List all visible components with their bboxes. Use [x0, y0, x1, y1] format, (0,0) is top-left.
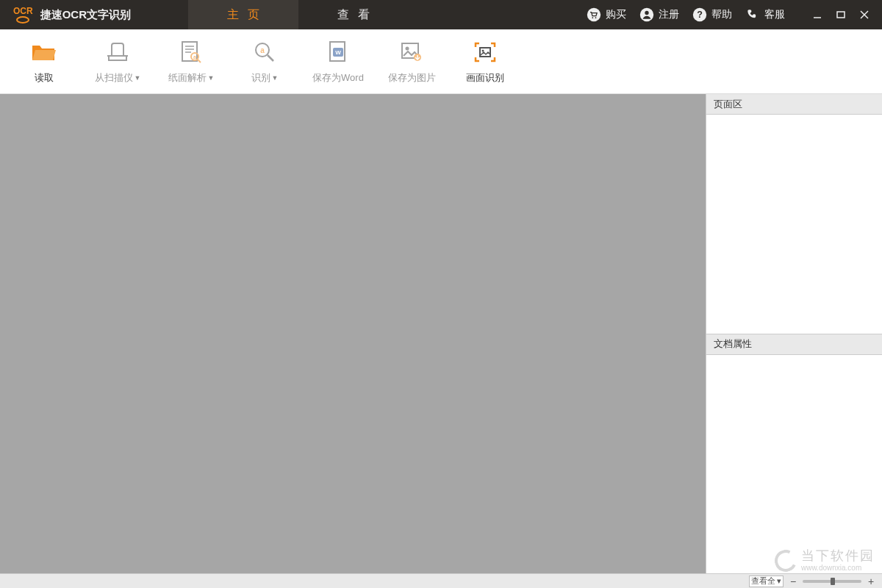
register-label: 注册 [659, 8, 679, 21]
props-panel: 文档属性 [706, 334, 882, 574]
content-area: 页面区 文档属性 [0, 94, 882, 573]
title-actions: 购买 注册 ? 帮助 客服 [587, 0, 882, 29]
recognize-button[interactable]: a 识别▼ [228, 39, 301, 85]
zoom-out-button[interactable]: − [788, 576, 798, 587]
screen-capture-icon [473, 41, 497, 63]
read-button[interactable]: 读取 [7, 39, 81, 85]
svg-line-18 [198, 60, 201, 62]
buy-label: 购买 [606, 8, 626, 21]
pages-panel-title: 页面区 [714, 98, 742, 111]
tab-home-label: 主页 [218, 7, 268, 23]
svg-line-21 [268, 55, 273, 61]
service-label: 客服 [764, 8, 785, 21]
svg-point-26 [406, 46, 409, 50]
screen-ocr-label: 画面识别 [466, 71, 504, 85]
tab-home[interactable]: 主页 [188, 0, 298, 29]
cart-icon [587, 7, 601, 22]
help-label: 帮助 [711, 8, 732, 21]
help-button[interactable]: ? 帮助 [692, 7, 732, 22]
main-tabs: 主页 查看 [188, 0, 409, 29]
minimize-icon [812, 10, 822, 20]
statusbar: 查看全▾ − + [0, 573, 882, 588]
chevron-down-icon: ▼ [135, 74, 141, 82]
user-icon [639, 7, 654, 22]
window-controls [806, 0, 876, 29]
pages-panel-body[interactable] [706, 115, 882, 334]
svg-point-4 [645, 11, 648, 15]
svg-text:W: W [335, 49, 341, 56]
folder-open-icon [31, 41, 57, 63]
app-title: 捷速OCR文字识别 [40, 8, 131, 22]
zoom-controls: 查看全▾ − + [743, 576, 882, 587]
zoom-in-button[interactable]: + [866, 576, 876, 587]
svg-text:a: a [260, 46, 265, 54]
zoom-select-label: 查看全 [751, 576, 775, 587]
svg-text:?: ? [697, 10, 703, 20]
props-panel-body[interactable] [706, 355, 882, 574]
svg-point-2 [595, 17, 597, 18]
pages-panel-header: 页面区 [706, 94, 882, 115]
titlebar: OCR 捷速OCR文字识别 主页 查看 购买 注册 ? 帮助 客服 [0, 0, 882, 29]
eye-icon [16, 16, 29, 24]
save-word-button[interactable]: W 保存为Word [301, 39, 375, 85]
tab-view[interactable]: 查看 [298, 0, 409, 29]
page-analyze-icon: a [180, 40, 202, 64]
right-sidebar: 页面区 文档属性 [706, 94, 882, 573]
buy-button[interactable]: 购买 [587, 7, 626, 22]
register-button[interactable]: 注册 [639, 7, 679, 22]
read-label: 读取 [35, 71, 54, 85]
minimize-button[interactable] [806, 0, 829, 29]
tab-view-label: 查看 [329, 7, 379, 23]
app-logo-area: OCR 捷速OCR文字识别 [0, 0, 144, 29]
phone-icon [745, 7, 760, 22]
svg-rect-8 [837, 12, 845, 18]
maximize-icon [836, 10, 846, 20]
app-logo-text: OCR [13, 7, 33, 15]
zoom-slider[interactable] [803, 580, 861, 583]
help-icon: ? [692, 7, 707, 22]
document-canvas[interactable] [0, 94, 706, 573]
image-file-icon [400, 41, 423, 63]
save-image-button[interactable]: 保存为图片 [375, 39, 448, 85]
close-icon [859, 10, 870, 20]
chevron-down-icon: ▼ [208, 74, 215, 82]
chevron-down-icon: ▾ [777, 576, 781, 586]
pages-panel: 页面区 [706, 94, 882, 334]
word-file-icon: W [327, 40, 349, 64]
close-button[interactable] [853, 0, 876, 29]
maximize-button[interactable] [829, 0, 853, 29]
analyze-label: 纸面解析 [168, 71, 207, 85]
svg-text:a: a [193, 54, 196, 60]
scanner-icon [106, 41, 129, 63]
screen-ocr-button[interactable]: 画面识别 [448, 39, 522, 85]
scanner-label: 从扫描仪 [95, 71, 133, 85]
magnify-icon: a [253, 40, 276, 64]
recognize-label: 识别 [251, 71, 270, 85]
props-panel-title: 文档属性 [714, 337, 752, 351]
app-logo-icon: OCR [13, 7, 33, 24]
zoom-select[interactable]: 查看全▾ [749, 576, 784, 587]
scanner-button[interactable]: 从扫描仪▼ [81, 39, 154, 85]
toolbar: 读取 从扫描仪▼ a 纸面解析▼ a 识别▼ W 保存为Word 保存为图片 画… [0, 29, 882, 94]
svg-point-0 [587, 8, 600, 21]
props-panel-header: 文档属性 [706, 334, 882, 355]
save-word-label: 保存为Word [312, 71, 364, 85]
svg-point-1 [592, 17, 594, 18]
save-image-label: 保存为图片 [388, 71, 436, 85]
analyze-button[interactable]: a 纸面解析▼ [154, 39, 228, 85]
service-button[interactable]: 客服 [745, 7, 785, 22]
zoom-slider-thumb[interactable] [831, 578, 835, 585]
chevron-down-icon: ▼ [272, 74, 279, 82]
